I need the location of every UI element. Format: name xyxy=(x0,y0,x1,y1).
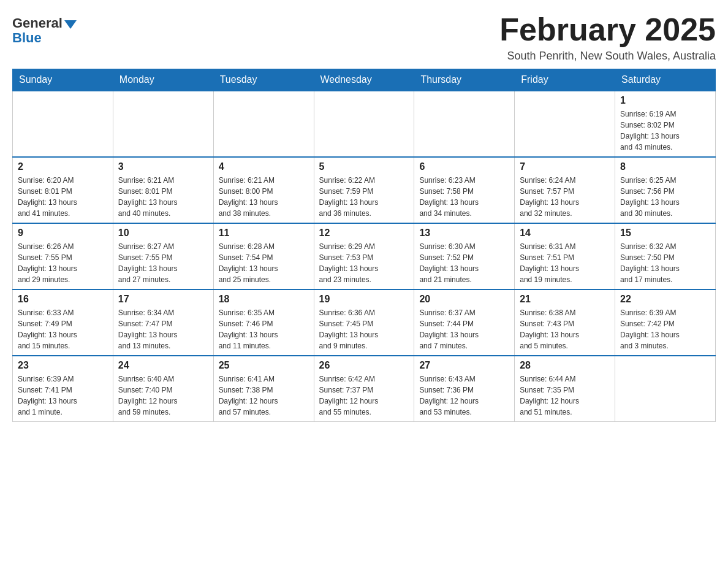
logo: General Blue xyxy=(12,12,77,46)
day-info: Sunrise: 6:20 AM Sunset: 8:01 PM Dayligh… xyxy=(18,175,108,219)
logo-arrow-icon xyxy=(64,20,77,29)
calendar-day-cell: 26Sunrise: 6:42 AM Sunset: 7:37 PM Dayli… xyxy=(314,356,414,422)
calendar-day-cell: 2Sunrise: 6:20 AM Sunset: 8:01 PM Daylig… xyxy=(13,157,113,223)
day-info: Sunrise: 6:34 AM Sunset: 7:47 PM Dayligh… xyxy=(118,307,208,351)
day-info: Sunrise: 6:22 AM Sunset: 7:59 PM Dayligh… xyxy=(319,175,409,219)
day-info: Sunrise: 6:35 AM Sunset: 7:46 PM Dayligh… xyxy=(219,307,309,351)
day-info: Sunrise: 6:26 AM Sunset: 7:55 PM Dayligh… xyxy=(18,241,108,285)
calendar-day-cell: 12Sunrise: 6:29 AM Sunset: 7:53 PM Dayli… xyxy=(314,223,414,289)
calendar-day-cell: 10Sunrise: 6:27 AM Sunset: 7:55 PM Dayli… xyxy=(113,223,213,289)
day-info: Sunrise: 6:28 AM Sunset: 7:54 PM Dayligh… xyxy=(219,241,309,285)
day-number: 26 xyxy=(319,360,409,371)
day-info: Sunrise: 6:43 AM Sunset: 7:36 PM Dayligh… xyxy=(419,373,509,418)
header-saturday: Saturday xyxy=(615,69,716,91)
calendar-day-cell: 3Sunrise: 6:21 AM Sunset: 8:01 PM Daylig… xyxy=(113,157,213,223)
day-number: 14 xyxy=(520,228,610,239)
calendar-week-row: 16Sunrise: 6:33 AM Sunset: 7:49 PM Dayli… xyxy=(13,289,716,356)
calendar-table: Sunday Monday Tuesday Wednesday Thursday… xyxy=(12,69,716,422)
calendar-day-cell: 15Sunrise: 6:32 AM Sunset: 7:50 PM Dayli… xyxy=(615,223,716,289)
day-info: Sunrise: 6:23 AM Sunset: 7:58 PM Dayligh… xyxy=(419,175,509,219)
day-info: Sunrise: 6:32 AM Sunset: 7:50 PM Dayligh… xyxy=(620,241,710,285)
day-number: 20 xyxy=(419,294,509,305)
calendar-day-cell: 18Sunrise: 6:35 AM Sunset: 7:46 PM Dayli… xyxy=(213,289,314,356)
day-info: Sunrise: 6:37 AM Sunset: 7:44 PM Dayligh… xyxy=(419,307,509,351)
calendar-week-row: 9Sunrise: 6:26 AM Sunset: 7:55 PM Daylig… xyxy=(13,223,716,289)
day-number: 16 xyxy=(18,294,108,305)
logo-general-text: General xyxy=(12,15,77,31)
calendar-day-cell: 1Sunrise: 6:19 AM Sunset: 8:02 PM Daylig… xyxy=(615,91,716,157)
calendar-week-row: 23Sunrise: 6:39 AM Sunset: 7:41 PM Dayli… xyxy=(13,356,716,422)
day-number: 23 xyxy=(18,360,108,371)
calendar-day-cell: 7Sunrise: 6:24 AM Sunset: 7:57 PM Daylig… xyxy=(515,157,615,223)
day-number: 13 xyxy=(419,228,509,239)
calendar-day-cell: 4Sunrise: 6:21 AM Sunset: 8:00 PM Daylig… xyxy=(213,157,314,223)
calendar-day-cell: 24Sunrise: 6:40 AM Sunset: 7:40 PM Dayli… xyxy=(113,356,213,422)
day-number: 22 xyxy=(620,294,710,305)
day-info: Sunrise: 6:40 AM Sunset: 7:40 PM Dayligh… xyxy=(118,373,208,418)
day-info: Sunrise: 6:27 AM Sunset: 7:55 PM Dayligh… xyxy=(118,241,208,285)
calendar-day-cell xyxy=(414,91,515,157)
day-info: Sunrise: 6:39 AM Sunset: 7:42 PM Dayligh… xyxy=(620,307,710,351)
header-wednesday: Wednesday xyxy=(314,69,414,91)
calendar-day-cell: 8Sunrise: 6:25 AM Sunset: 7:56 PM Daylig… xyxy=(615,157,716,223)
calendar-day-cell: 20Sunrise: 6:37 AM Sunset: 7:44 PM Dayli… xyxy=(414,289,515,356)
calendar-header-row: Sunday Monday Tuesday Wednesday Thursday… xyxy=(13,69,716,91)
calendar-day-cell xyxy=(213,91,314,157)
day-info: Sunrise: 6:21 AM Sunset: 8:01 PM Dayligh… xyxy=(118,175,208,219)
day-number: 25 xyxy=(219,360,309,371)
day-info: Sunrise: 6:36 AM Sunset: 7:45 PM Dayligh… xyxy=(319,307,409,351)
day-number: 12 xyxy=(319,228,409,239)
day-number: 28 xyxy=(520,360,610,371)
calendar-day-cell: 19Sunrise: 6:36 AM Sunset: 7:45 PM Dayli… xyxy=(314,289,414,356)
month-title: February 2025 xyxy=(499,12,716,47)
calendar-day-cell: 11Sunrise: 6:28 AM Sunset: 7:54 PM Dayli… xyxy=(213,223,314,289)
calendar-day-cell: 28Sunrise: 6:44 AM Sunset: 7:35 PM Dayli… xyxy=(515,356,615,422)
calendar-day-cell: 17Sunrise: 6:34 AM Sunset: 7:47 PM Dayli… xyxy=(113,289,213,356)
day-info: Sunrise: 6:42 AM Sunset: 7:37 PM Dayligh… xyxy=(319,373,409,418)
calendar-day-cell xyxy=(13,91,113,157)
calendar-day-cell: 5Sunrise: 6:22 AM Sunset: 7:59 PM Daylig… xyxy=(314,157,414,223)
day-number: 10 xyxy=(118,228,208,239)
calendar-day-cell: 13Sunrise: 6:30 AM Sunset: 7:52 PM Dayli… xyxy=(414,223,515,289)
day-number: 2 xyxy=(18,161,108,172)
day-info: Sunrise: 6:29 AM Sunset: 7:53 PM Dayligh… xyxy=(319,241,409,285)
day-info: Sunrise: 6:19 AM Sunset: 8:02 PM Dayligh… xyxy=(620,109,710,153)
title-area: February 2025 South Penrith, New South W… xyxy=(499,12,716,63)
day-number: 21 xyxy=(520,294,610,305)
calendar-day-cell xyxy=(314,91,414,157)
calendar-day-cell: 14Sunrise: 6:31 AM Sunset: 7:51 PM Dayli… xyxy=(515,223,615,289)
calendar-day-cell xyxy=(515,91,615,157)
day-number: 18 xyxy=(219,294,309,305)
calendar-day-cell: 23Sunrise: 6:39 AM Sunset: 7:41 PM Dayli… xyxy=(13,356,113,422)
day-info: Sunrise: 6:21 AM Sunset: 8:00 PM Dayligh… xyxy=(219,175,309,219)
day-number: 5 xyxy=(319,161,409,172)
logo-blue-text: Blue xyxy=(12,30,42,46)
day-info: Sunrise: 6:38 AM Sunset: 7:43 PM Dayligh… xyxy=(520,307,610,351)
day-number: 15 xyxy=(620,228,710,239)
calendar-day-cell: 16Sunrise: 6:33 AM Sunset: 7:49 PM Dayli… xyxy=(13,289,113,356)
calendar-day-cell: 6Sunrise: 6:23 AM Sunset: 7:58 PM Daylig… xyxy=(414,157,515,223)
calendar-day-cell: 21Sunrise: 6:38 AM Sunset: 7:43 PM Dayli… xyxy=(515,289,615,356)
day-info: Sunrise: 6:25 AM Sunset: 7:56 PM Dayligh… xyxy=(620,175,710,219)
day-number: 9 xyxy=(18,228,108,239)
day-number: 8 xyxy=(620,161,710,172)
day-number: 6 xyxy=(419,161,509,172)
day-number: 7 xyxy=(520,161,610,172)
header-tuesday: Tuesday xyxy=(213,69,314,91)
calendar-week-row: 2Sunrise: 6:20 AM Sunset: 8:01 PM Daylig… xyxy=(13,157,716,223)
calendar-day-cell: 25Sunrise: 6:41 AM Sunset: 7:38 PM Dayli… xyxy=(213,356,314,422)
day-info: Sunrise: 6:31 AM Sunset: 7:51 PM Dayligh… xyxy=(520,241,610,285)
day-number: 3 xyxy=(118,161,208,172)
day-number: 1 xyxy=(620,95,710,106)
day-number: 11 xyxy=(219,228,309,239)
day-number: 27 xyxy=(419,360,509,371)
day-number: 4 xyxy=(219,161,309,172)
calendar-day-cell: 9Sunrise: 6:26 AM Sunset: 7:55 PM Daylig… xyxy=(13,223,113,289)
calendar-day-cell: 27Sunrise: 6:43 AM Sunset: 7:36 PM Dayli… xyxy=(414,356,515,422)
day-info: Sunrise: 6:33 AM Sunset: 7:49 PM Dayligh… xyxy=(18,307,108,351)
day-number: 17 xyxy=(118,294,208,305)
header-monday: Monday xyxy=(113,69,213,91)
day-info: Sunrise: 6:39 AM Sunset: 7:41 PM Dayligh… xyxy=(18,373,108,418)
header-sunday: Sunday xyxy=(13,69,113,91)
day-info: Sunrise: 6:30 AM Sunset: 7:52 PM Dayligh… xyxy=(419,241,509,285)
